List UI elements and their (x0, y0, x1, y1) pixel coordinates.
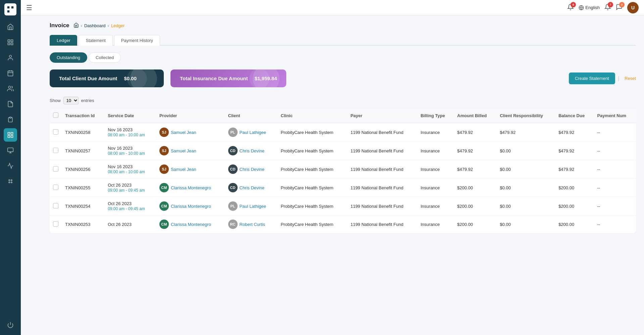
cell-clinic: ProbityCare Health System (278, 216, 347, 233)
col-client: Client (225, 108, 278, 123)
select-all-checkbox[interactable] (53, 112, 58, 118)
bell-notification[interactable]: 7 (604, 4, 611, 12)
client-link[interactable]: Chris Devine (240, 185, 264, 190)
breadcrumb-home-icon[interactable] (73, 22, 79, 29)
cell-clinic: ProbityCare Health System (278, 142, 347, 160)
create-statement-button[interactable]: Create Statement (569, 73, 615, 84)
sub-tabs: Outstanding Collected (50, 52, 636, 63)
row-checkbox-1[interactable] (53, 148, 58, 153)
alert-notification[interactable]: 6 (567, 4, 574, 12)
col-payment-num: Payment Num (594, 108, 636, 123)
svg-rect-19 (8, 148, 13, 152)
tab-ledger[interactable]: Ledger (50, 35, 77, 46)
sidebar-item-group[interactable] (4, 82, 17, 95)
cell-amount-billed: $479.92 (454, 123, 496, 142)
sidebar-item-monitor[interactable] (4, 144, 17, 157)
sidebar-item-analytics[interactable] (4, 159, 17, 173)
svg-point-8 (9, 55, 12, 58)
client-due-label: Total Client Due Amount (59, 76, 117, 81)
cell-client: CD Chris Devine (225, 142, 278, 160)
cell-client-resp: $0.00 (496, 179, 555, 197)
tab-payment-history[interactable]: Payment History (114, 35, 160, 46)
breadcrumb: Invoice › Dashboard › Ledger (50, 22, 636, 29)
provider-link[interactable]: Samuel Jean (171, 130, 196, 135)
cell-billing-type: Insurance (417, 142, 454, 160)
cell-client-resp: $0.00 (496, 142, 555, 160)
svg-rect-15 (8, 133, 10, 135)
sidebar-item-apps[interactable] (4, 175, 17, 188)
reset-link[interactable]: Reset (625, 76, 636, 81)
client-link[interactable]: Chris Devine (240, 148, 264, 153)
cell-service-date: Nov 16 2023 08:00 am - 10:00 am (104, 160, 156, 179)
main-content: Invoice › Dashboard › Ledger Ledger Stat… (42, 15, 644, 335)
breadcrumb-dashboard[interactable]: Dashboard (84, 23, 106, 28)
summary-row: Total Client Due Amount $0.00 Total Insu… (50, 69, 636, 87)
sidebar-item-calendar[interactable] (4, 66, 17, 80)
sidebar-item-schedule[interactable] (4, 113, 17, 126)
provider-link[interactable]: Samuel Jean (171, 167, 196, 172)
row-checkbox-0[interactable] (53, 129, 58, 135)
svg-rect-5 (11, 40, 13, 42)
cell-payment-num: -- (594, 197, 636, 216)
subtab-collected[interactable]: Collected (89, 52, 121, 63)
col-client-resp: Client Responsibility (496, 108, 555, 123)
cell-provider: SJ Samuel Jean (156, 123, 225, 142)
provider-avatar: SJ (159, 128, 169, 137)
language-selector[interactable]: English (579, 5, 600, 10)
cell-provider: SJ Samuel Jean (156, 160, 225, 179)
cell-balance-due: $200.00 (555, 197, 594, 216)
message-notification[interactable]: 0 (616, 4, 623, 12)
cell-txn-id: TXNIN00255 (62, 179, 104, 197)
col-clinic: Clinic (278, 108, 347, 123)
col-amount-billed: Amount Billed (454, 108, 496, 123)
sidebar-item-person[interactable] (4, 51, 17, 64)
provider-link[interactable]: Clarissa Montenegro (171, 204, 211, 209)
cell-payment-num: -- (594, 216, 636, 233)
client-link[interactable]: Chris Devine (240, 167, 264, 172)
row-checkbox-5[interactable] (53, 221, 58, 227)
cell-amount-billed: $200.00 (454, 216, 496, 233)
subtab-outstanding[interactable]: Outstanding (50, 52, 87, 63)
sidebar-item-dashboard[interactable] (4, 36, 17, 49)
cell-balance-due: $479.92 (555, 142, 594, 160)
tab-statement[interactable]: Statement (79, 35, 112, 46)
row-checkbox-2[interactable] (53, 166, 58, 172)
sidebar-item-grid-active[interactable] (4, 128, 17, 142)
provider-link[interactable]: Clarissa Montenegro (171, 222, 211, 227)
svg-rect-6 (11, 43, 13, 45)
row-checkbox-3[interactable] (53, 185, 58, 190)
svg-point-24 (9, 182, 10, 183)
sidebar-logo[interactable] (4, 3, 16, 15)
provider-avatar: CM (159, 220, 169, 229)
cell-billing-type: Insurance (417, 123, 454, 142)
svg-rect-14 (10, 117, 11, 118)
sidebar-item-power[interactable] (4, 318, 17, 332)
sidebar (0, 0, 21, 335)
sidebar-item-home[interactable] (4, 20, 17, 34)
cell-billing-type: Insurance (417, 160, 454, 179)
col-checkbox (50, 108, 62, 123)
provider-link[interactable]: Clarissa Montenegro (171, 185, 211, 190)
topbar: ☰ 6 English 7 0 U (21, 0, 644, 15)
client-link[interactable]: Paul Lathigee (240, 130, 266, 135)
provider-link[interactable]: Samuel Jean (171, 148, 196, 153)
client-link[interactable]: Paul Lathigee (240, 204, 266, 209)
cell-service-date: Oct 26 2023 (104, 216, 156, 233)
client-link[interactable]: Robert Curtis (240, 222, 265, 227)
cell-provider: CM Clarissa Montenegro (156, 216, 225, 233)
client-due-card: Total Client Due Amount $0.00 (50, 69, 164, 87)
cell-clinic: ProbityCare Health System (278, 197, 347, 216)
cell-clinic: ProbityCare Health System (278, 179, 347, 197)
col-transaction-id: Transaction Id (62, 108, 104, 123)
cell-txn-id: TXNIN00253 (62, 216, 104, 233)
ledger-table: Transaction Id Service Date Provider Cli… (50, 108, 636, 233)
menu-icon[interactable]: ☰ (26, 4, 32, 12)
sidebar-item-document[interactable] (4, 97, 17, 111)
cell-txn-id: TXNIN00256 (62, 160, 104, 179)
entries-select[interactable]: 10 25 50 (63, 97, 79, 104)
cell-amount-billed: $200.00 (454, 179, 496, 197)
row-checkbox-4[interactable] (53, 203, 58, 208)
client-avatar: CD (228, 183, 238, 192)
main-tabs: Ledger Statement Payment History (50, 35, 636, 46)
user-avatar[interactable]: U (627, 2, 639, 13)
